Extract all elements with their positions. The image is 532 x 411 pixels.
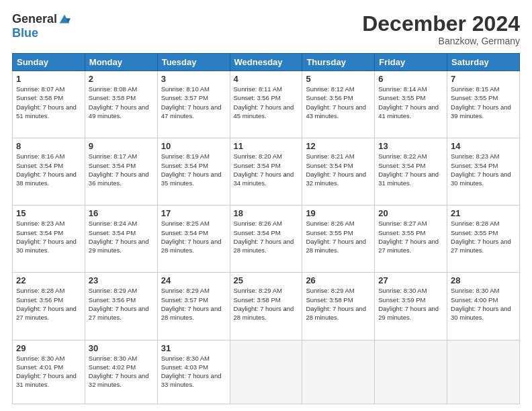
location: Banzkow, Germany: [362, 36, 520, 46]
day-number: 3: [161, 74, 226, 84]
day-info: Sunrise: 8:17 AMSunset: 3:54 PMDaylight:…: [89, 152, 154, 187]
day-info: Sunrise: 8:26 AMSunset: 3:55 PMDaylight:…: [306, 219, 371, 255]
day-info: Sunrise: 8:26 AMSunset: 3:54 PMDaylight:…: [234, 219, 299, 255]
calendar-table: SundayMondayTuesdayWednesdayThursdayFrid…: [12, 53, 520, 404]
day-number: 14: [451, 141, 516, 151]
logo: General Blue: [12, 12, 71, 40]
day-number: 1: [16, 74, 81, 84]
calendar-cell: 3Sunrise: 8:10 AMSunset: 3:57 PMDaylight…: [157, 71, 230, 138]
day-number: 16: [89, 208, 154, 218]
day-info: Sunrise: 8:30 AMSunset: 4:02 PMDaylight:…: [89, 354, 154, 390]
calendar-cell: 29Sunrise: 8:30 AMSunset: 4:01 PMDayligh…: [13, 340, 85, 404]
day-info: Sunrise: 8:25 AMSunset: 3:54 PMDaylight:…: [161, 219, 226, 255]
logo-general-text: General: [12, 12, 57, 26]
day-info: Sunrise: 8:24 AMSunset: 3:54 PMDaylight:…: [89, 219, 154, 255]
calendar-cell: [302, 340, 375, 404]
day-info: Sunrise: 8:28 AMSunset: 3:56 PMDaylight:…: [16, 286, 81, 322]
day-number: 8: [16, 141, 81, 151]
month-title: December 2024: [362, 12, 520, 36]
calendar-cell: [230, 340, 302, 404]
day-number: 27: [378, 275, 443, 285]
calendar-cell: 10Sunrise: 8:19 AMSunset: 3:54 PMDayligh…: [157, 138, 230, 205]
day-info: Sunrise: 8:14 AMSunset: 3:55 PMDaylight:…: [378, 85, 443, 120]
calendar-cell: 5Sunrise: 8:12 AMSunset: 3:56 PMDaylight…: [302, 71, 375, 138]
calendar-cell: 27Sunrise: 8:30 AMSunset: 3:59 PMDayligh…: [375, 273, 447, 340]
logo-icon: [58, 13, 71, 26]
day-info: Sunrise: 8:30 AMSunset: 4:03 PMDaylight:…: [161, 354, 226, 390]
day-info: Sunrise: 8:29 AMSunset: 3:58 PMDaylight:…: [234, 286, 299, 322]
calendar-cell: 31Sunrise: 8:30 AMSunset: 4:03 PMDayligh…: [157, 340, 230, 404]
day-number: 11: [234, 141, 299, 151]
calendar-cell: 26Sunrise: 8:29 AMSunset: 3:58 PMDayligh…: [302, 273, 375, 340]
calendar-cell: 19Sunrise: 8:26 AMSunset: 3:55 PMDayligh…: [302, 205, 375, 273]
day-info: Sunrise: 8:12 AMSunset: 3:56 PMDaylight:…: [306, 85, 371, 120]
day-number: 13: [378, 141, 443, 151]
day-number: 24: [161, 275, 226, 285]
logo-blue-text: Blue: [12, 26, 38, 40]
day-info: Sunrise: 8:21 AMSunset: 3:54 PMDaylight:…: [306, 152, 371, 187]
calendar-cell: 25Sunrise: 8:29 AMSunset: 3:58 PMDayligh…: [230, 273, 302, 340]
calendar-cell: 14Sunrise: 8:23 AMSunset: 3:54 PMDayligh…: [447, 138, 520, 205]
day-number: 29: [16, 343, 81, 353]
day-number: 18: [234, 208, 299, 218]
day-number: 31: [161, 343, 226, 353]
calendar-cell: 23Sunrise: 8:29 AMSunset: 3:56 PMDayligh…: [85, 273, 157, 340]
calendar-cell: 2Sunrise: 8:08 AMSunset: 3:58 PMDaylight…: [85, 71, 157, 138]
day-info: Sunrise: 8:22 AMSunset: 3:54 PMDaylight:…: [378, 152, 443, 187]
calendar-cell: 12Sunrise: 8:21 AMSunset: 3:54 PMDayligh…: [302, 138, 375, 205]
calendar-cell: 16Sunrise: 8:24 AMSunset: 3:54 PMDayligh…: [85, 205, 157, 273]
day-info: Sunrise: 8:29 AMSunset: 3:56 PMDaylight:…: [89, 286, 154, 322]
day-number: 9: [89, 141, 154, 151]
day-number: 4: [234, 74, 299, 84]
calendar-cell: 6Sunrise: 8:14 AMSunset: 3:55 PMDaylight…: [375, 71, 447, 138]
calendar-cell: 11Sunrise: 8:20 AMSunset: 3:54 PMDayligh…: [230, 138, 302, 205]
calendar-cell: 13Sunrise: 8:22 AMSunset: 3:54 PMDayligh…: [375, 138, 447, 205]
day-number: 28: [451, 275, 516, 285]
calendar-cell: 22Sunrise: 8:28 AMSunset: 3:56 PMDayligh…: [13, 273, 85, 340]
calendar-cell: 17Sunrise: 8:25 AMSunset: 3:54 PMDayligh…: [157, 205, 230, 273]
calendar-cell: 9Sunrise: 8:17 AMSunset: 3:54 PMDaylight…: [85, 138, 157, 205]
calendar-cell: 20Sunrise: 8:27 AMSunset: 3:55 PMDayligh…: [375, 205, 447, 273]
day-number: 26: [306, 275, 371, 285]
calendar-cell: 24Sunrise: 8:29 AMSunset: 3:57 PMDayligh…: [157, 273, 230, 340]
day-info: Sunrise: 8:23 AMSunset: 3:54 PMDaylight:…: [451, 152, 516, 187]
day-info: Sunrise: 8:15 AMSunset: 3:55 PMDaylight:…: [451, 85, 516, 120]
week-row-3: 15Sunrise: 8:23 AMSunset: 3:54 PMDayligh…: [13, 205, 520, 273]
page: General Blue December 2024 Banzkow, Germ…: [0, 0, 532, 411]
day-number: 7: [451, 74, 516, 84]
header: General Blue December 2024 Banzkow, Germ…: [12, 12, 520, 46]
col-header-thursday: Thursday: [302, 54, 375, 71]
day-number: 6: [378, 74, 443, 84]
calendar-cell: [447, 340, 520, 404]
day-info: Sunrise: 8:07 AMSunset: 3:58 PMDaylight:…: [16, 85, 81, 120]
day-info: Sunrise: 8:19 AMSunset: 3:54 PMDaylight:…: [161, 152, 226, 187]
day-number: 30: [89, 343, 154, 353]
calendar-cell: 18Sunrise: 8:26 AMSunset: 3:54 PMDayligh…: [230, 205, 302, 273]
calendar-cell: [375, 340, 447, 404]
day-info: Sunrise: 8:10 AMSunset: 3:57 PMDaylight:…: [161, 85, 226, 120]
day-info: Sunrise: 8:11 AMSunset: 3:56 PMDaylight:…: [234, 85, 299, 120]
day-number: 25: [234, 275, 299, 285]
day-number: 23: [89, 275, 154, 285]
week-row-1: 1Sunrise: 8:07 AMSunset: 3:58 PMDaylight…: [13, 71, 520, 138]
day-info: Sunrise: 8:29 AMSunset: 3:57 PMDaylight:…: [161, 286, 226, 322]
day-number: 19: [306, 208, 371, 218]
calendar-header-row: SundayMondayTuesdayWednesdayThursdayFrid…: [13, 54, 520, 71]
col-header-monday: Monday: [85, 54, 157, 71]
calendar-cell: 1Sunrise: 8:07 AMSunset: 3:58 PMDaylight…: [13, 71, 85, 138]
day-info: Sunrise: 8:20 AMSunset: 3:54 PMDaylight:…: [234, 152, 299, 187]
day-info: Sunrise: 8:23 AMSunset: 3:54 PMDaylight:…: [16, 219, 81, 255]
calendar-cell: 4Sunrise: 8:11 AMSunset: 3:56 PMDaylight…: [230, 71, 302, 138]
day-info: Sunrise: 8:30 AMSunset: 3:59 PMDaylight:…: [378, 286, 443, 322]
calendar-cell: 21Sunrise: 8:28 AMSunset: 3:55 PMDayligh…: [447, 205, 520, 273]
day-number: 20: [378, 208, 443, 218]
day-info: Sunrise: 8:29 AMSunset: 3:58 PMDaylight:…: [306, 286, 371, 322]
col-header-wednesday: Wednesday: [230, 54, 302, 71]
calendar-cell: 30Sunrise: 8:30 AMSunset: 4:02 PMDayligh…: [85, 340, 157, 404]
day-info: Sunrise: 8:30 AMSunset: 4:00 PMDaylight:…: [451, 286, 516, 322]
col-header-friday: Friday: [375, 54, 447, 71]
calendar-cell: 8Sunrise: 8:16 AMSunset: 3:54 PMDaylight…: [13, 138, 85, 205]
calendar-cell: 28Sunrise: 8:30 AMSunset: 4:00 PMDayligh…: [447, 273, 520, 340]
day-number: 15: [16, 208, 81, 218]
day-info: Sunrise: 8:27 AMSunset: 3:55 PMDaylight:…: [378, 219, 443, 255]
